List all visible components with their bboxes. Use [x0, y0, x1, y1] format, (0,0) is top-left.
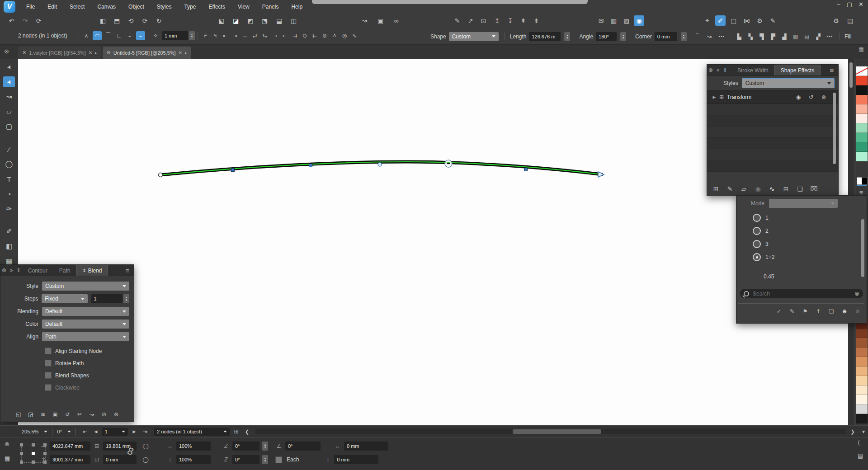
flip-vertical-icon[interactable]: ⬒	[112, 15, 122, 26]
align-bottom-icon[interactable]: ▟	[780, 32, 789, 41]
align-right-icon[interactable]: ▜	[757, 32, 766, 41]
lift-node-icon[interactable]: ˄	[330, 31, 339, 40]
position-y-field[interactable]: 3001.377 mm	[50, 455, 90, 464]
lower-icon[interactable]: ⇟	[531, 15, 542, 26]
popup-scrollbar-thumb[interactable]	[861, 219, 864, 277]
style-dropdown[interactable]: Custom	[42, 282, 129, 291]
arrow-in-icon[interactable]: ⇠	[280, 31, 289, 40]
arc-segment-icon[interactable]: ⌒	[693, 32, 702, 41]
export-icon[interactable]: ↥	[814, 307, 823, 316]
zoom-chevron-icon[interactable]	[44, 431, 47, 432]
rotate-180-icon[interactable]: ↻	[154, 15, 164, 26]
tab-close-button[interactable]: ✕	[179, 50, 182, 55]
disable-node-icon[interactable]: ⊘	[320, 31, 329, 40]
visibility-icon[interactable]: ◉	[794, 93, 803, 102]
tab-close-button[interactable]: ✕	[89, 50, 92, 55]
skew-y-field[interactable]: 0°	[232, 455, 259, 464]
panel-expand-icon[interactable]: »	[8, 265, 15, 275]
distribute-v-icon[interactable]: ⇇	[310, 31, 319, 40]
tool-eyedropper[interactable]: ✑	[3, 203, 15, 214]
skew-x-stepper[interactable]: ▲▼	[262, 442, 268, 451]
anchor-point[interactable]	[20, 443, 23, 446]
raise-icon[interactable]: ⇞	[518, 15, 528, 26]
unlink-icon[interactable]: ∞	[391, 15, 401, 26]
settings-gear-icon[interactable]: ⚙	[755, 15, 765, 26]
edit-effect-icon[interactable]: ✎	[725, 183, 735, 194]
weld-icon[interactable]: ⬕	[216, 15, 226, 26]
document-tab-1[interactable]: ✕1.vstyler [RGB] [@54.3%]✕▸	[18, 47, 101, 59]
remove-icon[interactable]: ⊗	[819, 93, 828, 102]
rename-icon[interactable]: ✎	[788, 307, 797, 316]
blend-solid-icon[interactable]: ◲	[26, 410, 35, 419]
angle-stepper[interactable]: ▲▼	[620, 32, 626, 41]
tool-gradient[interactable]: ◧	[3, 241, 15, 252]
anchor-point[interactable]	[32, 443, 35, 446]
menu-canvas[interactable]: Canvas	[92, 4, 121, 10]
search-input[interactable]	[752, 290, 852, 297]
exclude-icon[interactable]: ⬔	[259, 15, 270, 26]
anchor-point[interactable]	[32, 461, 35, 464]
radio-icon[interactable]	[753, 227, 761, 235]
horizontal-scrollbar-thumb[interactable]	[513, 429, 601, 434]
collapse-left-icon[interactable]: ❮	[242, 427, 251, 436]
close-tab-icon[interactable]: ✕	[22, 50, 26, 56]
panel-scrollbar-thumb[interactable]	[833, 93, 836, 164]
mode-option-3[interactable]: 3	[753, 240, 867, 248]
color-swatch[interactable]	[856, 66, 868, 76]
anchor-point[interactable]	[43, 452, 47, 455]
copy-add-icon[interactable]: ⊞	[781, 183, 791, 194]
redo-icon[interactable]: ↷	[20, 15, 30, 26]
distribute-cols-icon[interactable]: ▥	[791, 32, 800, 41]
rotation-angle-field[interactable]: 0°	[285, 442, 321, 451]
offset-y-field[interactable]: 0 mm	[334, 455, 378, 464]
pixel-grid-icon[interactable]: ▦	[609, 15, 619, 26]
menu-help[interactable]: Help	[286, 4, 308, 10]
scroll-down-icon[interactable]: ▾	[859, 427, 868, 436]
grid-toggle-icon[interactable]: ⊞	[231, 427, 241, 436]
tab-path[interactable]: Path	[53, 265, 76, 276]
popup-menu-icon[interactable]: ≡	[858, 186, 865, 196]
color-swatch[interactable]	[856, 338, 868, 348]
combine-icon[interactable]: ⬓	[274, 15, 284, 26]
horizontal-scrollbar[interactable]	[255, 429, 846, 434]
wave-style-icon[interactable]: ∿	[767, 183, 777, 194]
edit-object-icon[interactable]: ✎	[452, 15, 462, 26]
cut-icon[interactable]: ✂	[75, 410, 84, 419]
tool-bend[interactable]: ↝	[3, 91, 15, 102]
color-swatch[interactable]	[856, 367, 868, 376]
tool-ellipse[interactable]: ◯	[3, 159, 15, 169]
tool-text[interactable]: T	[3, 174, 15, 184]
edit-path-icon[interactable]: ▱	[739, 183, 749, 194]
free-rotate-icon[interactable]: ⟲	[126, 15, 136, 26]
next-page-icon[interactable]: ▶	[130, 427, 139, 436]
tool-perspective[interactable]: ▱	[3, 106, 15, 117]
menu-styles[interactable]: Styles	[151, 4, 177, 10]
menu-view[interactable]: View	[232, 4, 255, 10]
angle-field[interactable]: 180°	[596, 32, 617, 41]
align-center-h-icon[interactable]: ▚	[746, 32, 755, 41]
tab-blend[interactable]: ⇕ Blend	[76, 265, 108, 276]
undo-blend-icon[interactable]: ↺	[63, 410, 72, 419]
align-dropdown[interactable]: Path	[42, 332, 129, 341]
menu-effects[interactable]: Effects	[203, 4, 230, 10]
swap-handles-icon[interactable]: ⇄	[250, 31, 259, 40]
styles-dropdown[interactable]: Custom	[742, 78, 835, 88]
close-all-tabs-icon[interactable]: ⊗	[4, 48, 9, 55]
panel-menu-icon[interactable]: ≡	[828, 65, 835, 75]
add-effect-icon[interactable]: ⊞	[711, 183, 721, 194]
first-page-icon[interactable]: ⇤	[80, 427, 90, 436]
expand-effect-icon[interactable]: ▶	[711, 92, 718, 102]
tab-contour[interactable]: Contour	[22, 265, 53, 276]
radio-icon[interactable]	[753, 214, 761, 222]
checkbox-align-starting-node[interactable]: Align Starting Node	[45, 348, 134, 354]
merge-segment-icon[interactable]: ⇥	[231, 31, 240, 40]
vertical-scrollbar-thumb[interactable]	[849, 62, 853, 88]
transform-close-icon[interactable]: ⊗	[5, 441, 9, 447]
preferences-icon[interactable]: ⚙	[831, 15, 841, 26]
last-page-icon[interactable]: ⇥	[141, 427, 150, 436]
color-swatch[interactable]	[856, 104, 868, 114]
smooth-wave-icon[interactable]: ∿	[350, 31, 359, 40]
flag-icon[interactable]: ⚑	[801, 307, 810, 316]
reset-icon[interactable]: ↺	[807, 93, 816, 102]
color-dropdown[interactable]: Default	[42, 320, 129, 329]
